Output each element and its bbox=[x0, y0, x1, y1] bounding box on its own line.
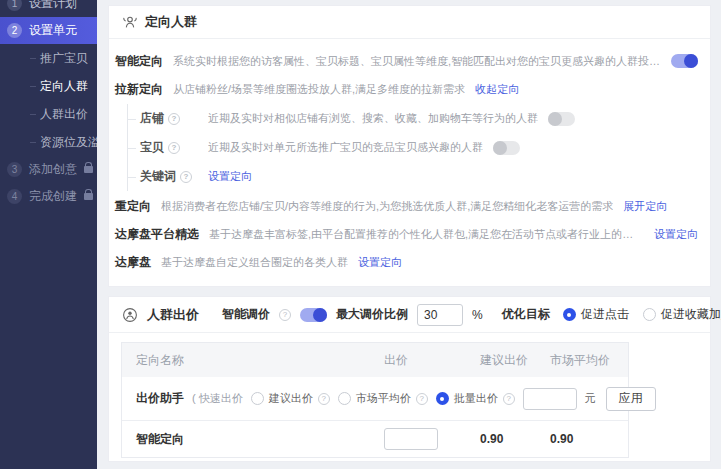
new-customer-sub-options: 店铺 近期及实时对相似店铺有浏览、搜索、收藏、加购物车等行为的人群 宝贝 近期及… bbox=[127, 104, 698, 191]
step-2-subnav: 推广宝贝 定向人群 人群出价 资源位及溢价 bbox=[0, 44, 97, 156]
retargeting-desc: 根据消费者在您店铺/宝贝/内容等维度的行为,为您挑选优质人群,满足您精细化老客运… bbox=[161, 197, 613, 215]
yuan-unit: 元 bbox=[585, 391, 596, 406]
targeting-card-title: 定向人群 bbox=[145, 13, 197, 31]
option-label: 批量出价 bbox=[454, 391, 498, 406]
help-icon[interactable] bbox=[180, 171, 192, 183]
objective-options: 促进点击 促进收藏加购 促进成交 bbox=[563, 306, 721, 323]
help-icon[interactable] bbox=[503, 393, 515, 405]
help-icon[interactable] bbox=[279, 309, 291, 321]
help-icon[interactable] bbox=[318, 393, 330, 405]
radio-selected-icon bbox=[563, 308, 576, 321]
lock-icon bbox=[84, 193, 93, 200]
sidebar-item-promote-items[interactable]: 推广宝贝 bbox=[0, 44, 97, 72]
new-customer-targeting-row: 拉新定向 从店铺粉丝/场景等维度圈选投放人群,满足多维度的拉新需求 收起定向 bbox=[114, 75, 698, 103]
item-targeting-toggle[interactable] bbox=[493, 141, 520, 155]
shop-targeting-toggle[interactable] bbox=[548, 112, 575, 126]
sidebar-item-label: 资源位及溢价 bbox=[40, 134, 97, 151]
smart-targeting-label: 智能定向 bbox=[115, 52, 163, 70]
item-targeting-label: 宝贝 bbox=[140, 139, 164, 156]
keyword-targeting-label-group: 关键词 bbox=[140, 168, 198, 185]
market-average-value: 0.90 bbox=[550, 432, 628, 446]
step-4-number-badge: 4 bbox=[7, 189, 22, 204]
step-1-number-badge: 1 bbox=[7, 0, 22, 11]
dmp-label: 达摩盘 bbox=[115, 253, 151, 271]
dmp-featured-set-link[interactable]: 设置定向 bbox=[654, 225, 698, 243]
dmp-featured-row: 达摩盘平台精选 基于达摩盘丰富标签,由平台配置推荐的个性化人群包,满足您在活动节… bbox=[114, 220, 698, 248]
sidebar-step-2-setup-unit[interactable]: 2 设置单元 bbox=[0, 17, 97, 44]
toggle-knob bbox=[548, 112, 562, 126]
col-targeting-name: 定向名称 bbox=[122, 352, 384, 369]
sidebar-item-audience-targeting[interactable]: 定向人群 bbox=[0, 72, 97, 100]
shop-targeting-row: 店铺 近期及实时对相似店铺有浏览、搜索、收藏、加购物车等行为的人群 bbox=[128, 104, 698, 133]
apply-button[interactable]: 应用 bbox=[606, 387, 656, 411]
crowd-icon bbox=[122, 14, 138, 30]
toggle-knob bbox=[684, 54, 698, 68]
sidebar-step-4-finish-create: 4 完成创建 bbox=[0, 183, 97, 210]
sidebar-item-label: 推广宝贝 bbox=[40, 50, 88, 67]
keyword-targeting-row: 关键词 设置定向 bbox=[128, 162, 698, 191]
expand-targeting-link[interactable]: 展开定向 bbox=[623, 197, 667, 215]
new-customer-targeting-desc: 从店铺粉丝/场景等维度圈选投放人群,满足多维度的拉新需求 bbox=[173, 80, 465, 98]
radio-selected-icon bbox=[436, 392, 449, 405]
optimize-objective-label: 优化目标 bbox=[502, 306, 550, 323]
step-sidebar: 1 设置计划 2 设置单元 推广宝贝 定向人群 人群出价 资源位及溢价 3 添加… bbox=[0, 0, 97, 469]
smart-targeting-bid-row: 智能定向 0.90 0.90 bbox=[122, 421, 628, 457]
objective-promote-collect-cart[interactable]: 促进收藏加购 bbox=[643, 306, 721, 323]
quick-bid-option-suggested[interactable]: 建议出价 bbox=[251, 391, 330, 406]
toggle-knob bbox=[493, 141, 507, 155]
new-customer-targeting-label: 拉新定向 bbox=[115, 80, 163, 98]
main-content: 定向人群 智能定向 系统实时根据您的访客属性、宝贝标题、宝贝属性等维度,智能匹配… bbox=[97, 0, 721, 469]
option-label: 市场平均价 bbox=[356, 391, 411, 406]
keyword-set-targeting-link[interactable]: 设置定向 bbox=[208, 169, 252, 184]
radio-icon bbox=[643, 308, 656, 321]
bid-assistant-label: 出价助手 bbox=[136, 390, 184, 407]
quick-bid-option-market[interactable]: 市场平均价 bbox=[338, 391, 428, 406]
smart-targeting-desc: 系统实时根据您的访客属性、宝贝标题、宝贝属性等维度,智能匹配出对您的宝贝更感兴趣… bbox=[173, 52, 661, 70]
lock-icon bbox=[84, 166, 93, 173]
suggested-bid-value: 0.90 bbox=[480, 432, 550, 446]
dmp-set-link[interactable]: 设置定向 bbox=[358, 253, 402, 271]
dmp-desc: 基于达摩盘自定义组合圈定的各类人群 bbox=[161, 253, 348, 271]
col-bid: 出价 bbox=[384, 352, 480, 369]
max-adjust-ratio-input[interactable] bbox=[417, 304, 463, 326]
item-targeting-desc: 近期及实时对单元所选推广宝贝的竞品宝贝感兴趣的人群 bbox=[208, 140, 483, 155]
row-targeting-name: 智能定向 bbox=[122, 431, 384, 448]
radio-icon bbox=[251, 392, 264, 405]
shop-targeting-label: 店铺 bbox=[140, 110, 164, 127]
max-adjust-ratio-label: 最大调价比例 bbox=[336, 306, 408, 323]
smart-adjust-toggle[interactable] bbox=[300, 308, 327, 322]
sidebar-step-1-setup-plan[interactable]: 1 设置计划 bbox=[0, 0, 97, 17]
smart-adjust-label: 智能调价 bbox=[222, 306, 270, 323]
help-icon[interactable] bbox=[416, 393, 428, 405]
step-2-label: 设置单元 bbox=[29, 22, 77, 39]
smart-targeting-bid-input[interactable] bbox=[384, 428, 438, 450]
toggle-knob bbox=[313, 308, 327, 322]
bid-table: 定向名称 出价 建议出价 市场平均价 出价助手 ( 快速出价 建议出价 bbox=[121, 342, 629, 458]
step-1-label: 设置计划 bbox=[29, 0, 77, 12]
objective-promote-click[interactable]: 促进点击 bbox=[563, 306, 629, 323]
batch-bid-input[interactable] bbox=[523, 388, 577, 410]
bid-card: 人群出价 智能调价 最大调价比例 % 优化目标 促进点击 促进收藏加购 bbox=[108, 296, 711, 462]
dmp-featured-label: 达摩盘平台精选 bbox=[115, 225, 199, 243]
help-icon[interactable] bbox=[168, 113, 180, 125]
targeting-card: 定向人群 智能定向 系统实时根据您的访客属性、宝贝标题、宝贝属性等维度,智能匹配… bbox=[108, 5, 711, 287]
collapse-targeting-link[interactable]: 收起定向 bbox=[475, 80, 519, 98]
smart-targeting-row: 智能定向 系统实时根据您的访客属性、宝贝标题、宝贝属性等维度,智能匹配出对您的宝… bbox=[114, 47, 698, 75]
bid-card-title: 人群出价 bbox=[147, 306, 199, 324]
retargeting-label: 重定向 bbox=[115, 197, 151, 215]
help-icon[interactable] bbox=[168, 142, 180, 154]
sidebar-item-audience-bid[interactable]: 人群出价 bbox=[0, 100, 97, 128]
col-market-average: 市场平均价 bbox=[550, 352, 628, 369]
bid-card-header: 人群出价 智能调价 最大调价比例 % 优化目标 促进点击 促进收藏加购 bbox=[109, 297, 710, 333]
smart-targeting-toggle[interactable] bbox=[671, 54, 698, 68]
dmp-featured-desc: 基于达摩盘丰富标签,由平台配置推荐的个性化人群包,满足您在活动节点或者行业上的圈… bbox=[209, 225, 644, 243]
step-3-label: 添加创意 bbox=[29, 161, 77, 178]
ad-campaign-setup-screen: 1 设置计划 2 设置单元 推广宝贝 定向人群 人群出价 资源位及溢价 3 添加… bbox=[0, 0, 721, 469]
sidebar-item-label: 人群出价 bbox=[40, 106, 88, 123]
step-3-number-badge: 3 bbox=[7, 162, 22, 177]
shop-targeting-desc: 近期及实时对相似店铺有浏览、搜索、收藏、加购物车等行为的人群 bbox=[208, 111, 538, 126]
objective-label: 促进点击 bbox=[581, 306, 629, 323]
quick-bid-option-batch[interactable]: 批量出价 bbox=[436, 391, 515, 406]
sidebar-item-placement-premium[interactable]: 资源位及溢价 bbox=[0, 128, 97, 156]
bid-table-header: 定向名称 出价 建议出价 市场平均价 bbox=[122, 343, 628, 377]
